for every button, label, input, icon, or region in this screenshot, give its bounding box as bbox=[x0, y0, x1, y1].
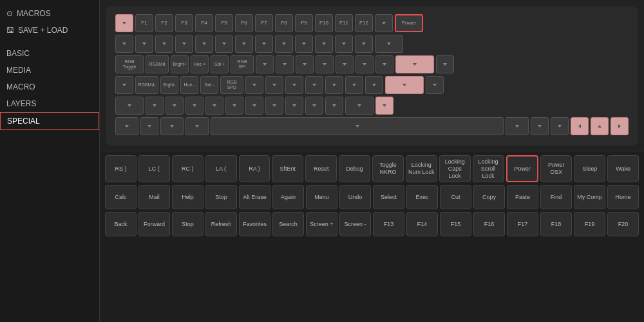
key-sat-minus[interactable]: Sat - bbox=[200, 76, 218, 94]
panel-key-back[interactable]: Back bbox=[105, 212, 137, 236]
key-ralt[interactable] bbox=[531, 117, 549, 135]
key-lctrl[interactable] bbox=[115, 117, 138, 135]
key-esc[interactable] bbox=[115, 14, 133, 32]
key-4[interactable] bbox=[195, 35, 213, 53]
key-f10[interactable]: F10 bbox=[315, 14, 333, 32]
key-r5-6[interactable] bbox=[245, 97, 263, 115]
panel-key-sleep[interactable]: Sleep bbox=[574, 155, 605, 182]
key-8[interactable] bbox=[275, 35, 293, 53]
key-9[interactable] bbox=[295, 35, 313, 53]
sidebar-item-macros[interactable]: ⊙ MACROS bbox=[0, 5, 99, 22]
key-rgb-mode[interactable]: RGBMd bbox=[146, 55, 169, 73]
key-r6-5[interactable] bbox=[506, 117, 529, 135]
panel-key-locking-num[interactable]: Locking Num Lock bbox=[406, 155, 437, 182]
panel-key-stop[interactable]: Stop bbox=[205, 185, 237, 209]
key-r5-9[interactable] bbox=[305, 97, 323, 115]
key-f8[interactable]: F8 bbox=[275, 14, 293, 32]
key-r4-8[interactable] bbox=[285, 76, 303, 94]
key-f4[interactable]: F4 bbox=[195, 14, 213, 32]
key-r5-10[interactable] bbox=[325, 97, 343, 115]
key-1[interactable] bbox=[135, 35, 153, 53]
panel-key-home[interactable]: Home bbox=[607, 185, 639, 209]
key-tilde[interactable] bbox=[115, 35, 133, 53]
panel-key-copy[interactable]: Copy bbox=[473, 185, 505, 209]
key-r5-4[interactable] bbox=[205, 97, 223, 115]
panel-key-f16[interactable]: F16 bbox=[473, 212, 505, 236]
panel-key-refresh[interactable]: Refresh bbox=[205, 212, 237, 236]
key-r4-end[interactable] bbox=[426, 76, 444, 94]
key-rgb-spd[interactable]: RGBSPD bbox=[220, 76, 243, 94]
key-r4-10[interactable] bbox=[325, 76, 343, 94]
key-right[interactable] bbox=[611, 117, 629, 135]
panel-key-again[interactable]: Again bbox=[272, 185, 304, 209]
sidebar-item-basic[interactable]: BASIC bbox=[0, 45, 99, 62]
key-bright-plus[interactable]: Brght+ bbox=[171, 55, 189, 73]
key-r4-12[interactable] bbox=[365, 76, 383, 94]
panel-key-favorites[interactable]: Favorites bbox=[239, 212, 270, 236]
panel-key-calc[interactable]: Calc bbox=[105, 185, 137, 209]
sidebar-item-special[interactable]: SPECIAL bbox=[0, 112, 99, 130]
key-f1[interactable]: F1 bbox=[135, 14, 153, 32]
panel-key-ra[interactable]: RA ) bbox=[239, 155, 270, 182]
panel-key-cut[interactable]: Cut bbox=[440, 185, 471, 209]
panel-key-screen-plus[interactable]: Screen + bbox=[306, 212, 337, 236]
panel-key-f19[interactable]: F19 bbox=[574, 212, 605, 236]
key-lalt[interactable] bbox=[160, 117, 184, 135]
panel-key-power[interactable]: Power bbox=[506, 155, 539, 182]
panel-key-f14[interactable]: F14 bbox=[406, 212, 438, 236]
key-r3-10[interactable] bbox=[336, 55, 354, 73]
panel-key-lc[interactable]: LC ( bbox=[138, 155, 170, 182]
panel-key-rc[interactable]: RC ) bbox=[172, 155, 204, 182]
key-r4-6[interactable] bbox=[245, 76, 263, 94]
key-2[interactable] bbox=[155, 35, 173, 53]
panel-key-sftent[interactable]: SftEnt bbox=[272, 155, 303, 182]
key-r5-1[interactable] bbox=[146, 97, 164, 115]
key-r3-12[interactable] bbox=[375, 55, 393, 73]
panel-key-help[interactable]: Help bbox=[172, 185, 204, 209]
key-f7[interactable]: F7 bbox=[255, 14, 273, 32]
key-3[interactable] bbox=[175, 35, 193, 53]
key-backspace[interactable] bbox=[375, 35, 403, 53]
panel-key-locking-scroll[interactable]: Locking Scroll Lock bbox=[473, 155, 504, 182]
key-rctrl[interactable] bbox=[551, 117, 569, 135]
key-left[interactable] bbox=[571, 117, 589, 135]
panel-key-my-comp[interactable]: My Comp bbox=[574, 185, 605, 209]
key-r3-6[interactable] bbox=[256, 55, 274, 73]
panel-key-wake[interactable]: Wake bbox=[607, 155, 639, 182]
panel-key-f17[interactable]: F17 bbox=[507, 212, 538, 236]
key-6[interactable] bbox=[235, 35, 253, 53]
key-r5-3[interactable] bbox=[185, 97, 204, 115]
key-pink-wide[interactable] bbox=[395, 55, 434, 73]
key-minus[interactable] bbox=[335, 35, 353, 53]
sidebar-item-macro[interactable]: MACRO bbox=[0, 79, 99, 95]
panel-key-la[interactable]: LA ( bbox=[205, 155, 237, 182]
key-rshift[interactable] bbox=[345, 97, 374, 115]
key-r3-end[interactable] bbox=[436, 55, 454, 73]
key-r3-9[interactable] bbox=[316, 55, 334, 73]
panel-key-menu[interactable]: Menu bbox=[306, 185, 337, 209]
panel-key-rs[interactable]: RS ) bbox=[105, 155, 137, 182]
key-lwin[interactable] bbox=[140, 117, 158, 135]
panel-key-screen-minus[interactable]: Screen - bbox=[339, 212, 371, 236]
key-sat-plus[interactable]: Sat + bbox=[211, 55, 229, 73]
key-r5-2[interactable] bbox=[166, 97, 184, 115]
panel-key-f18[interactable]: F18 bbox=[540, 212, 572, 236]
key-0[interactable] bbox=[315, 35, 333, 53]
panel-key-f15[interactable]: F15 bbox=[440, 212, 471, 236]
key-r3-7[interactable] bbox=[276, 55, 294, 73]
key-hue-plus[interactable]: Hue + bbox=[191, 55, 209, 73]
sidebar-item-media[interactable]: MEDIA bbox=[0, 62, 99, 79]
key-f2[interactable]: F2 bbox=[155, 14, 173, 32]
sidebar-item-save-load[interactable]: 🖫 SAVE + LOAD bbox=[0, 22, 99, 39]
key-equal[interactable] bbox=[355, 35, 373, 53]
key-rgb-spi[interactable]: RGBSPI bbox=[231, 55, 254, 73]
key-f11[interactable]: F11 bbox=[335, 14, 353, 32]
key-enter[interactable] bbox=[385, 76, 424, 94]
key-fn-arrow[interactable] bbox=[375, 14, 393, 32]
key-r4-9[interactable] bbox=[305, 76, 323, 94]
key-rgb-mode2[interactable]: RGBMd- bbox=[135, 76, 158, 94]
panel-key-debug[interactable]: Debug bbox=[339, 155, 370, 182]
panel-key-exec[interactable]: Exec bbox=[406, 185, 438, 209]
key-r5-5[interactable] bbox=[225, 97, 243, 115]
panel-key-select[interactable]: Select bbox=[373, 185, 404, 209]
